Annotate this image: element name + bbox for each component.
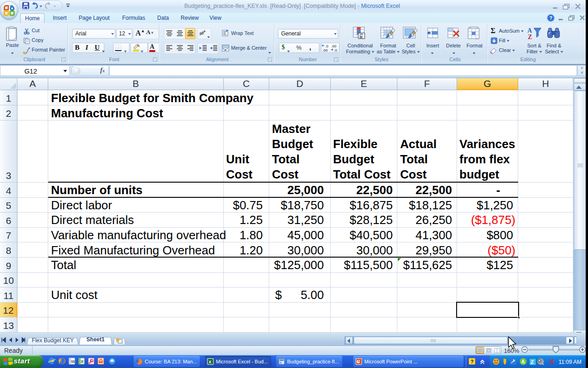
svg-text:A: A xyxy=(527,27,532,34)
svg-text:X: X xyxy=(81,359,84,364)
svg-text:W: W xyxy=(71,359,75,364)
svg-text:.0: .0 xyxy=(325,44,328,48)
svg-text:X: X xyxy=(209,360,211,364)
svg-text:ab: ab xyxy=(199,31,204,35)
svg-text:A: A xyxy=(521,359,525,364)
svg-text:a: a xyxy=(224,47,226,52)
svg-text:.00: .00 xyxy=(331,44,337,48)
svg-text:Z: Z xyxy=(528,34,532,40)
svg-text:Z: Z xyxy=(531,359,534,365)
svg-text:.00: .00 xyxy=(322,48,328,52)
svg-text:.0: .0 xyxy=(334,48,337,52)
svg-text:?: ? xyxy=(549,15,553,21)
